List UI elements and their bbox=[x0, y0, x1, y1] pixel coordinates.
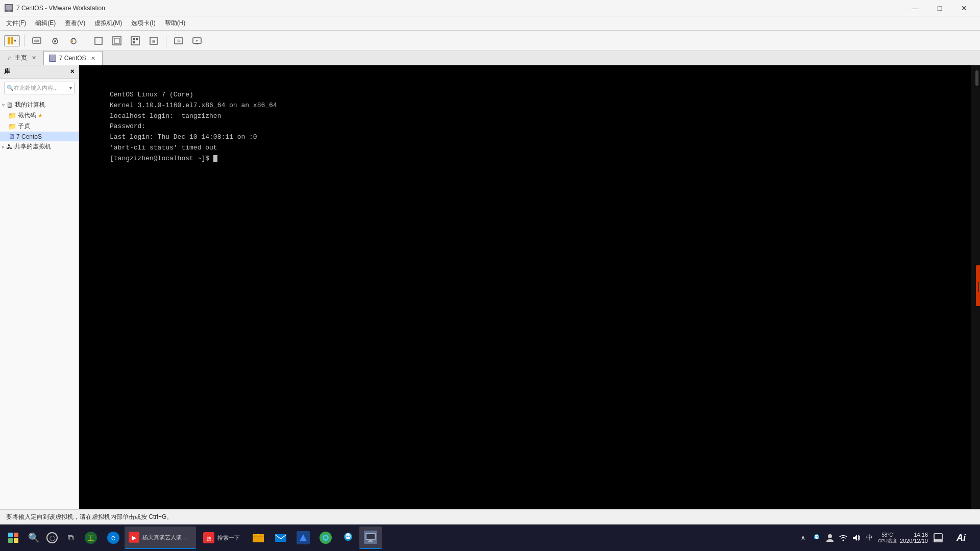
console-line-2: Kernel 3.10.0-1160.el7.x86_64 on an x86_… bbox=[110, 101, 949, 111]
email-icon bbox=[274, 531, 287, 544]
window-title: 7 CentOS - VMware Workstation bbox=[16, 5, 903, 12]
view-fullscreen-button[interactable] bbox=[109, 33, 125, 49]
tree-item-centos[interactable]: 🖥 7 CentoS bbox=[0, 132, 79, 141]
snapshot-button[interactable] bbox=[47, 33, 63, 49]
view-autofit-button[interactable]: ⊞ bbox=[145, 33, 162, 49]
tray-hidden-icons[interactable]: ∧ bbox=[798, 533, 808, 543]
taskbar-browser2-app[interactable] bbox=[314, 527, 337, 549]
ai-label: Ai bbox=[957, 533, 966, 543]
menu-bar: 文件(F) 编辑(E) 查看(V) 虚拟机(M) 选项卡(I) 帮助(H) bbox=[0, 16, 980, 31]
tab-centos-close[interactable]: ✕ bbox=[89, 55, 97, 62]
tree-icon-mycomputer: 🖥 bbox=[6, 101, 13, 109]
start-button[interactable] bbox=[2, 527, 24, 549]
taskbar-search-engine-app[interactable]: 搜 搜索一下 bbox=[196, 527, 247, 549]
tray-wifi-icon[interactable] bbox=[838, 533, 848, 543]
taskview-icon: ⧉ bbox=[68, 533, 74, 542]
taskbar-taskview-button[interactable]: ⧉ bbox=[61, 527, 80, 549]
close-button[interactable]: ✕ bbox=[952, 0, 976, 16]
tree-label-snapshots: 截代码 bbox=[18, 111, 36, 120]
svg-point-41 bbox=[349, 536, 350, 537]
status-text: 要将输入定向到该虚拟机，请在虚拟机内部单击或按 Ctrl+G。 bbox=[6, 513, 173, 521]
tray-volume-icon[interactable] bbox=[851, 533, 862, 543]
folder-icon-snapshots: 📁 bbox=[8, 112, 16, 119]
menu-file[interactable]: 文件(F) bbox=[2, 17, 30, 29]
search-taskbar-icon: 🔍 bbox=[28, 532, 39, 543]
taskbar-browser-app[interactable]: e bbox=[102, 527, 125, 549]
taskbar-ai-badge[interactable]: Ai bbox=[948, 527, 974, 549]
tray-notification-button[interactable] bbox=[931, 529, 945, 547]
tree-item-snapshots[interactable]: 📁 截代码 ★ bbox=[0, 110, 79, 121]
tree-label-centos: 7 CentoS bbox=[16, 133, 42, 140]
view-unity-button[interactable] bbox=[127, 33, 143, 49]
notification-icon bbox=[933, 533, 943, 543]
taskbar-qq-app[interactable] bbox=[337, 527, 359, 549]
media-app-label: 杨天真谈艺人谈恋爱 bbox=[142, 534, 192, 541]
sidebar-title: 库 bbox=[4, 67, 10, 76]
taskbar-cortana-button[interactable]: ◯ bbox=[43, 527, 61, 549]
sidebar-search-dropdown[interactable]: ▾ bbox=[69, 85, 72, 91]
maximize-button[interactable]: □ bbox=[928, 0, 951, 16]
svg-rect-31 bbox=[275, 534, 286, 542]
svg-point-53 bbox=[828, 534, 832, 538]
status-bar: 要将输入定向到该虚拟机，请在虚拟机内部单击或按 Ctrl+G。 bbox=[0, 509, 980, 524]
sidebar-close-icon[interactable]: ✕ bbox=[70, 68, 75, 75]
menu-view[interactable]: 查看(V) bbox=[61, 17, 89, 29]
sidebar-search-box[interactable]: 🔍 在此处键入内容... ▾ bbox=[4, 82, 75, 94]
cpu-temp-value: 58°C bbox=[881, 532, 893, 538]
ctrl-alt-del-button[interactable]: ⌨ bbox=[29, 33, 45, 49]
settings-button[interactable]: ⚙ bbox=[170, 33, 187, 49]
svg-rect-2 bbox=[8, 10, 10, 11]
tab-home[interactable]: ⌂ 主页 ✕ bbox=[2, 51, 43, 65]
tab-home-close[interactable]: ✕ bbox=[30, 54, 38, 62]
vm-console[interactable]: CentOS Linux 7 (Core) Kernel 3.10.0-1160… bbox=[79, 65, 980, 509]
toolbar: ▾ ⌨ bbox=[0, 31, 980, 51]
restore-snapshot-button[interactable] bbox=[65, 33, 82, 49]
tree-item-zizhen[interactable]: 📁 子贞 bbox=[0, 121, 79, 132]
app-icon bbox=[4, 4, 13, 13]
search-engine-label: 搜索一下 bbox=[217, 534, 240, 542]
person-tray-icon bbox=[825, 533, 835, 542]
view-normal-button[interactable] bbox=[90, 33, 107, 49]
minimize-button[interactable]: — bbox=[903, 0, 927, 16]
tray-cpu-temp[interactable]: 58°C CPU温度 bbox=[878, 532, 897, 544]
taskbar-explorer-app[interactable] bbox=[247, 527, 270, 549]
taskbar-wangzhe-app[interactable]: 王 bbox=[80, 527, 102, 549]
menu-vm[interactable]: 虚拟机(M) bbox=[90, 17, 126, 29]
vm-tab-icon bbox=[49, 55, 56, 62]
svg-text:王: 王 bbox=[88, 535, 94, 542]
taskbar-vmware-app[interactable] bbox=[359, 527, 382, 549]
display-button[interactable]: ▾ bbox=[189, 33, 205, 49]
console-output: CentOS Linux 7 (Core) Kernel 3.10.0-1160… bbox=[79, 69, 980, 185]
taskbar-media-app[interactable]: ▶ 杨天真谈艺人谈恋爱 bbox=[125, 527, 196, 549]
menu-help[interactable]: 帮助(H) bbox=[161, 17, 190, 29]
svg-rect-45 bbox=[369, 540, 372, 541]
svg-point-40 bbox=[347, 536, 348, 537]
tray-datetime[interactable]: 14:16 2020/12/10 bbox=[900, 532, 928, 544]
taskbar-search-button[interactable]: 🔍 bbox=[24, 527, 43, 549]
media-icon: ▶ bbox=[129, 532, 139, 543]
separator-3 bbox=[166, 35, 166, 47]
svg-text:▾: ▾ bbox=[196, 39, 198, 42]
scrollbar-thumb[interactable] bbox=[975, 70, 978, 86]
menu-edit[interactable]: 编辑(E) bbox=[31, 17, 60, 29]
tray-person-icon[interactable] bbox=[825, 533, 835, 543]
tab-bar: ⌂ 主页 ✕ 7 CentOS ✕ bbox=[0, 51, 980, 65]
tab-centos[interactable]: 7 CentOS ✕ bbox=[43, 51, 103, 65]
cpu-temp-label: CPU温度 bbox=[878, 538, 897, 544]
taskbar-wps-app[interactable] bbox=[292, 527, 314, 549]
taskbar-email-app[interactable] bbox=[270, 527, 292, 549]
menu-tabs[interactable]: 选项卡(I) bbox=[127, 17, 159, 29]
tray-language-icon[interactable]: 中 bbox=[865, 533, 875, 543]
taskbar: 🔍 ◯ ⧉ 王 e ▶ 杨天真谈艺人谈恋爱 搜 搜索一下 bbox=[0, 524, 980, 551]
console-line-1: CentOS Linux 7 (Core) bbox=[110, 90, 949, 101]
svg-text:⌨: ⌨ bbox=[34, 39, 39, 43]
svg-rect-12 bbox=[131, 37, 139, 45]
tree-item-shared[interactable]: ▹ 🖧 共享的虚拟机 bbox=[0, 141, 79, 152]
svg-text:e: e bbox=[111, 534, 115, 542]
tray-qq-icon[interactable] bbox=[812, 533, 822, 543]
power-button[interactable]: ▾ bbox=[4, 35, 20, 46]
tree-item-mycomputer[interactable]: ▿ 🖥 我的计算机 bbox=[0, 99, 79, 110]
tree-arrow-shared: ▹ bbox=[2, 144, 5, 149]
tray-date: 2020/12/10 bbox=[900, 538, 928, 544]
wps-icon bbox=[297, 531, 310, 544]
